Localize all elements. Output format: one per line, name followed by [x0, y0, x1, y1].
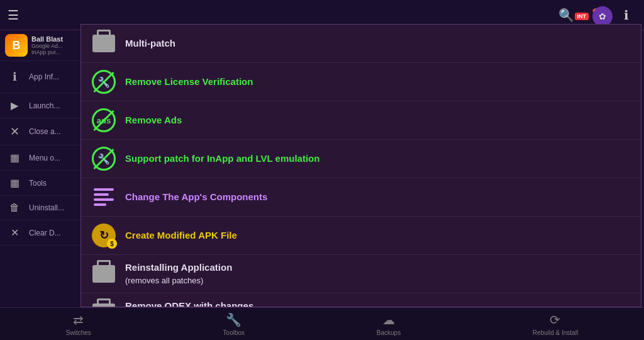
tools-icon: ▦	[5, 177, 24, 189]
toolbox-icon: 🔧	[226, 312, 242, 327]
menu-item-label: Remove License Verification	[125, 76, 253, 88]
menu-item-remove-license[interactable]: 🔧 Remove License Verification	[81, 63, 641, 101]
search-icon[interactable]: 🔍	[556, 5, 576, 25]
menu-item-reinstall[interactable]: Reinstalling Application(removes all pat…	[81, 255, 641, 293]
menu-item-support-patch[interactable]: 🔧 Support patch for InApp and LVL emulat…	[81, 140, 641, 178]
menu-item-label: Remove ODEX with changes(restore the app…	[125, 300, 253, 307]
sidebar: B Ball Blast Google Ad... InApp pur... ℹ…	[0, 30, 82, 307]
sidebar-item-clear[interactable]: ✕ Clear D...	[0, 220, 82, 246]
sidebar-item-menu[interactable]: ▦ Menu o...	[0, 145, 82, 171]
tab-switches[interactable]: ⇄ Switches	[66, 312, 91, 336]
sidebar-item-label: Launch...	[29, 101, 60, 110]
play-icon: ▶	[5, 99, 24, 111]
top-bar-left: ☰	[8, 8, 19, 23]
briefcase-icon	[91, 31, 116, 56]
menu-item-label: Multi-patch	[125, 37, 175, 50]
int-badge: INT	[575, 13, 589, 20]
info-circle-icon: ℹ	[5, 67, 24, 86]
menu-item-label: Change The App's Components	[125, 191, 267, 203]
menu-item-label: Remove Ads	[125, 114, 182, 127]
menu-item-remove-odex[interactable]: Remove ODEX with changes(restore the app…	[81, 293, 641, 307]
popup-menu: Multi-patch 🔧 Remove License Verificatio…	[80, 24, 641, 307]
app-icon: B	[5, 34, 28, 57]
tab-backups[interactable]: ☁ Backups	[377, 312, 401, 336]
menu-item-change-components[interactable]: Change The App's Components	[81, 178, 641, 217]
rebuild-icon: ⟳	[550, 312, 560, 327]
sidebar-item-close[interactable]: ✕ Close a...	[0, 118, 82, 145]
backups-icon: ☁	[382, 312, 395, 327]
tab-label: Toolbox	[223, 329, 245, 336]
sidebar-item-label: Menu o...	[29, 154, 60, 162]
menu-icon: ▦	[5, 152, 24, 164]
sidebar-item-tools[interactable]: ▦ Tools	[0, 171, 82, 196]
sidebar-item-label: App Inf...	[29, 72, 59, 81]
app-sub2: InApp pur...	[31, 49, 63, 55]
menu-item-multi-patch[interactable]: Multi-patch	[81, 25, 641, 63]
app-name: Ball Blast	[31, 35, 63, 43]
no-circle-icon: 🔧	[91, 69, 116, 94]
sidebar-item-label: Clear D...	[29, 229, 61, 237]
tab-label: Backups	[377, 329, 401, 336]
trash-icon: 🗑	[5, 202, 24, 213]
sidebar-item-label: Tools	[29, 179, 47, 188]
tab-label: Switches	[66, 329, 91, 336]
app-info-block: B Ball Blast Google Ad... InApp pur...	[0, 30, 82, 61]
switches-icon: ⇄	[73, 312, 84, 327]
no-ads-icon: ads	[91, 108, 116, 133]
app-sub1: Google Ad...	[31, 43, 63, 49]
briefcase2-icon	[91, 261, 116, 286]
app-info-row: B Ball Blast Google Ad... InApp pur...	[5, 34, 77, 57]
bottom-bar: ⇄ Switches 🔧 Toolbox ☁ Backups ⟳ Rebuild…	[0, 307, 644, 340]
sidebar-item-app-info[interactable]: ℹ App Inf...	[0, 61, 82, 93]
tab-toolbox[interactable]: 🔧 Toolbox	[223, 312, 245, 336]
clear-icon: ✕	[5, 227, 24, 239]
sidebar-item-label: Close a...	[29, 127, 61, 136]
menu-item-label: Reinstalling Application(removes all pat…	[125, 261, 232, 286]
menu-item-label: Create Modified APK File	[125, 229, 237, 242]
menu-item-label: Support patch for InApp and LVL emulatio…	[125, 152, 319, 165]
menu-item-remove-ads[interactable]: ads Remove Ads	[81, 101, 641, 140]
menu-item-create-apk[interactable]: ↻ $ Create Modified APK File	[81, 217, 641, 255]
tab-label: Rebuild & Install	[533, 329, 578, 336]
hamburger-icon[interactable]: ☰	[8, 8, 19, 23]
info-icon[interactable]: ℹ	[616, 5, 636, 25]
sidebar-item-label: Uninstall...	[29, 203, 64, 212]
close-icon: ✕	[5, 125, 24, 139]
tab-rebuild[interactable]: ⟳ Rebuild & Install	[533, 312, 578, 336]
sidebar-item-launch[interactable]: ▶ Launch...	[0, 93, 82, 118]
no-circle-wrench-icon: 🔧	[91, 146, 116, 171]
coin-arrow-icon: ↻ $	[91, 223, 116, 248]
lines-icon	[91, 184, 116, 210]
sidebar-item-uninstall[interactable]: 🗑 Uninstall...	[0, 196, 82, 220]
briefcase3-icon	[91, 300, 116, 307]
